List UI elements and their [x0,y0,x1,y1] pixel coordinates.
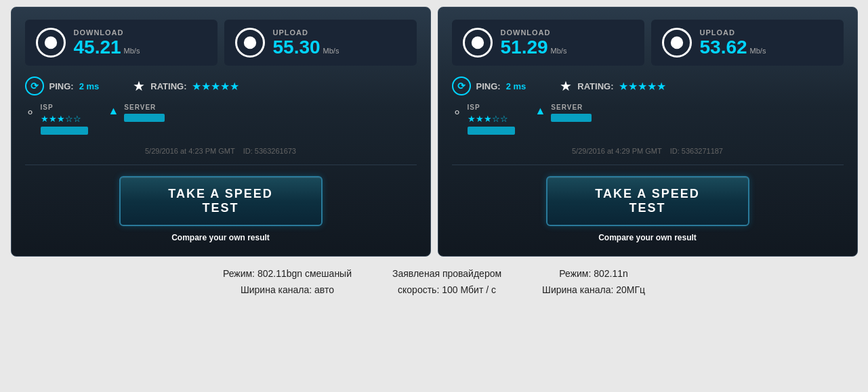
rating-section-left: ★ RATING: ★★★★★ [133,78,239,94]
download-label-left: DOWNLOAD [74,28,140,37]
download-icon-left [36,28,66,58]
rating-stars-left: ★★★★★ [192,80,239,93]
ping-value-right: 2 ms [506,81,526,91]
upload-box-right: UPLOAD 53.62Mb/s [651,20,844,66]
upload-value-left: 55.30Mb/s [273,38,339,57]
bottom-center-line2: скорость: 100 Мбит / с [392,282,501,299]
server-label-right: SERVER [551,104,592,111]
download-info-left: DOWNLOAD 45.21Mb/s [74,28,140,57]
speed-test-button-left[interactable]: TAKE A SPEED TEST [119,176,323,226]
isp-label-right: ISP [468,104,515,111]
isp-section-right: ⚬ ISP ★★★☆☆ [452,104,515,135]
timestamp-row-left: 5/29/2016 at 4:23 PM GMT ID: 5363261673 [25,144,417,156]
ping-value-left: 2 ms [79,81,100,91]
server-bar-right [551,114,592,122]
bottom-right: Режим: 802.11n Ширина канала: 20МГц [542,266,645,299]
speed-test-button-right[interactable]: TAKE A SPEED TEST [546,176,749,226]
isp-section-left: ⚬ ISP ★★★☆☆ [25,104,88,135]
isp-server-row-left: ⚬ ISP ★★★☆☆ ▲ SERVER [25,104,417,135]
upload-box-left: UPLOAD 55.30Mb/s [224,20,417,66]
upload-icon-left [235,28,265,58]
upload-icon-right [662,28,692,58]
bottom-left-line1: Режим: 802.11bgn смешаный [223,266,352,282]
isp-info-left: ISP ★★★☆☆ [41,104,88,135]
ping-section-left: ⟳ PING: 2 ms [25,77,100,95]
button-section-left: TAKE A SPEED TEST Compare your own resul… [25,173,417,246]
upload-label-left: UPLOAD [273,28,339,37]
ping-section-right: ⟳ PING: 2 ms [452,77,526,95]
isp-info-right: ISP ★★★☆☆ [468,104,515,135]
person-icon-left: ⚬ [25,105,35,120]
upload-label-right: UPLOAD [700,28,766,37]
person-icon-right: ⚬ [452,105,462,120]
isp-bar-left [41,127,88,135]
bottom-center: Заявленая провайдером скорость: 100 Мбит… [392,266,501,299]
bottom-right-line1: Режим: 802.11n [542,266,645,282]
upload-value-right: 53.62Mb/s [700,38,766,57]
rating-icon-left: ★ [133,78,145,94]
isp-server-row-right: ⚬ ISP ★★★☆☆ ▲ SERVER [452,104,844,135]
isp-bar-right [468,127,515,135]
rating-icon-right: ★ [560,78,572,94]
rating-section-right: ★ RATING: ★★★★★ [560,78,666,94]
download-box-right: DOWNLOAD 51.29Mb/s [452,20,644,66]
divider-right [452,165,844,165]
bottom-left-line2: Ширина канала: авто [223,282,352,299]
ping-label-left: PING: [49,81,74,91]
upload-info-right: UPLOAD 53.62Mb/s [700,28,766,57]
server-label-left: SERVER [124,104,165,111]
bottom-left: Режим: 802.11bgn смешаный Ширина канала:… [223,266,352,299]
download-label-right: DOWNLOAD [501,28,567,37]
button-section-right: TAKE A SPEED TEST Compare your own resul… [452,173,844,246]
upload-info-left: UPLOAD 55.30Mb/s [273,28,339,57]
server-info-left: SERVER [124,104,165,122]
isp-stars-left: ★★★☆☆ [41,114,88,124]
server-icon-left: ▲ [108,105,119,117]
server-bar-left [124,114,165,122]
download-value-right: 51.29Mb/s [501,38,567,57]
compare-link-left[interactable]: Compare your own result [171,233,270,242]
compare-link-right[interactable]: Compare your own result [598,233,697,242]
timestamp-row-right: 5/29/2016 at 4:29 PM GMT ID: 5363271187 [452,144,844,156]
bottom-right-line2: Ширина канала: 20МГц [542,282,645,299]
rating-stars-right: ★★★★★ [619,80,666,93]
metrics-row-right: DOWNLOAD 51.29Mb/s UPLOAD [452,20,844,66]
ping-icon-right: ⟳ [452,77,471,95]
server-section-left: ▲ SERVER [108,104,165,122]
server-info-right: SERVER [551,104,592,122]
rating-label-left: RATING: [150,81,186,91]
isp-stars-right: ★★★☆☆ [468,114,515,124]
metrics-row-left: DOWNLOAD 45.21Mb/s UPLOAD [25,20,417,66]
server-section-right: ▲ SERVER [535,104,592,122]
ping-label-right: PING: [476,81,501,91]
download-info-right: DOWNLOAD 51.29Mb/s [501,28,567,57]
speed-card-right: DOWNLOAD 51.29Mb/s UPLOAD [438,7,858,257]
speed-card-left: DOWNLOAD 45.21Mb/s UPLOAD [11,7,431,257]
timestamp-left: 5/29/2016 at 4:23 PM GMT ID: 5363261673 [145,147,296,155]
ping-icon-left: ⟳ [25,77,44,95]
isp-label-left: ISP [41,104,88,111]
rating-label-right: RATING: [577,81,613,91]
bottom-center-line1: Заявленая провайдером [392,266,501,282]
divider-left [25,165,417,165]
bottom-text: Режим: 802.11bgn смешаный Ширина канала:… [7,266,861,299]
download-value-left: 45.21Mb/s [74,38,140,57]
ping-rating-row-right: ⟳ PING: 2 ms ★ RATING: ★★★★★ [452,77,844,95]
page-wrapper: DOWNLOAD 45.21Mb/s UPLOAD [0,0,868,305]
ping-rating-row-left: ⟳ PING: 2 ms ★ RATING: ★★★★★ [25,77,417,95]
server-icon-right: ▲ [535,105,546,117]
timestamp-right: 5/29/2016 at 4:29 PM GMT ID: 5363271187 [572,147,723,155]
cards-row: DOWNLOAD 45.21Mb/s UPLOAD [7,7,861,257]
download-icon-right [463,28,493,58]
download-box-left: DOWNLOAD 45.21Mb/s [25,20,218,66]
